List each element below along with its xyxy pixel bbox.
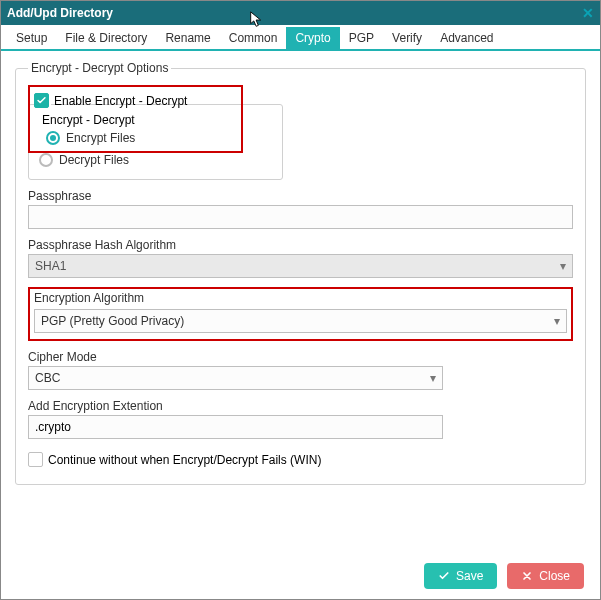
close-icon[interactable]: ✕ bbox=[582, 5, 594, 21]
inner-legend-overlay: Encrypt - Decrypt bbox=[34, 111, 237, 127]
encrypt-decrypt-options-group: Encrypt - Decrypt Options Enable Encrypt… bbox=[15, 61, 586, 485]
checkbox-checked-icon[interactable] bbox=[34, 93, 49, 108]
dialog-window: Add/Upd Directory ✕ Setup File & Directo… bbox=[0, 0, 601, 600]
check-icon bbox=[438, 570, 450, 582]
close-button-label: Close bbox=[539, 569, 570, 583]
chevron-down-icon: ▾ bbox=[430, 371, 436, 385]
chevron-down-icon: ▾ bbox=[560, 259, 566, 273]
continue-without-label: Continue without when Encrypt/Decrypt Fa… bbox=[48, 453, 321, 467]
tab-advanced[interactable]: Advanced bbox=[431, 27, 502, 49]
passphrase-label: Passphrase bbox=[28, 189, 573, 203]
content-area: Encrypt - Decrypt Options Enable Encrypt… bbox=[1, 51, 600, 553]
cipher-mode-select[interactable]: CBC ▾ bbox=[28, 366, 443, 390]
cipher-mode-label: Cipher Mode bbox=[28, 350, 573, 364]
group-legend: Encrypt - Decrypt Options bbox=[28, 61, 171, 75]
checkbox-unchecked-icon[interactable] bbox=[28, 452, 43, 467]
add-extension-value: .crypto bbox=[35, 420, 71, 434]
decrypt-files-label: Decrypt Files bbox=[59, 153, 129, 167]
chevron-down-icon: ▾ bbox=[554, 314, 560, 328]
tab-crypto[interactable]: Crypto bbox=[286, 27, 339, 49]
tab-rename[interactable]: Rename bbox=[156, 27, 219, 49]
radio-unselected-icon[interactable] bbox=[39, 153, 53, 167]
tab-verify[interactable]: Verify bbox=[383, 27, 431, 49]
highlight-encryption-algorithm: Encryption Algorithm PGP (Pretty Good Pr… bbox=[28, 287, 573, 341]
x-icon bbox=[521, 570, 533, 582]
titlebar: Add/Upd Directory ✕ bbox=[1, 1, 600, 25]
hash-algorithm-label: Passphrase Hash Algorithm bbox=[28, 238, 573, 252]
tab-bar: Setup File & Directory Rename Common Cry… bbox=[1, 25, 600, 51]
encrypt-files-label: Encrypt Files bbox=[66, 131, 135, 145]
cipher-mode-value: CBC bbox=[35, 371, 60, 385]
tab-common[interactable]: Common bbox=[220, 27, 287, 49]
enable-encrypt-checkbox-row[interactable]: Enable Encrypt - Decrypt bbox=[34, 90, 237, 111]
passphrase-input[interactable] bbox=[28, 205, 573, 229]
hash-algorithm-select[interactable]: SHA1 ▾ bbox=[28, 254, 573, 278]
enable-encrypt-label: Enable Encrypt - Decrypt bbox=[54, 94, 187, 108]
close-button[interactable]: Close bbox=[507, 563, 584, 589]
window-title: Add/Upd Directory bbox=[7, 6, 113, 20]
tab-pgp[interactable]: PGP bbox=[340, 27, 383, 49]
add-extension-label: Add Encryption Extention bbox=[28, 399, 573, 413]
continue-without-checkbox-row[interactable]: Continue without when Encrypt/Decrypt Fa… bbox=[28, 449, 573, 470]
encryption-algorithm-select[interactable]: PGP (Pretty Good Privacy) ▾ bbox=[34, 309, 567, 333]
save-button-label: Save bbox=[456, 569, 483, 583]
highlight-enable-encrypt: Enable Encrypt - Decrypt Encrypt - Decry… bbox=[28, 85, 243, 153]
encrypt-files-radio-row[interactable]: Encrypt Files bbox=[34, 127, 237, 149]
radio-selected-icon[interactable] bbox=[46, 131, 60, 145]
tab-setup[interactable]: Setup bbox=[7, 27, 56, 49]
add-extension-input[interactable]: .crypto bbox=[28, 415, 443, 439]
tab-file-directory[interactable]: File & Directory bbox=[56, 27, 156, 49]
hash-algorithm-value: SHA1 bbox=[35, 259, 66, 273]
footer: Save Close bbox=[1, 553, 600, 599]
encryption-algorithm-label: Encryption Algorithm bbox=[34, 291, 567, 305]
save-button[interactable]: Save bbox=[424, 563, 497, 589]
encryption-algorithm-value: PGP (Pretty Good Privacy) bbox=[41, 314, 184, 328]
